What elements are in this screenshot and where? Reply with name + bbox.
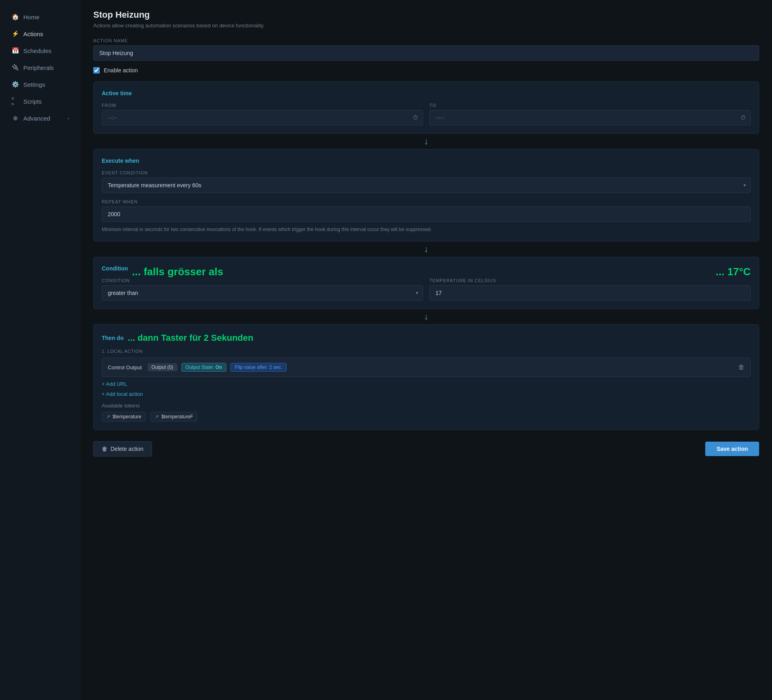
token-icon-2: ↗ [155,414,159,420]
action-row: Control Output Output (0) Output State: … [102,358,751,377]
flip-value-value: 2 sec. [269,364,282,370]
condition-section: Condition ... falls grösser als ... 17°C… [93,257,759,309]
sidebar-item-label: Settings [23,81,45,88]
active-time-section: Active time FROM ⏱ TO ⏱ [93,82,759,134]
condition-select-wrapper: greater than ▾ [102,285,423,301]
output-badge: Output (0) [148,363,177,371]
token-temperature-label: $temperature [113,414,141,420]
sidebar-item-label: Schedules [23,47,51,54]
from-time-input[interactable] [102,110,423,125]
execute-when-title: Execute when [102,158,751,164]
to-time-input[interactable] [429,110,751,125]
delete-action-row-button[interactable]: 🗑 [738,364,745,371]
save-button-label: Save action [717,446,748,452]
tokens-title: Available tokens [102,403,751,409]
to-label: TO [429,103,751,108]
temperature-input[interactable] [429,285,751,301]
delete-button-label: Delete action [111,446,144,452]
arrow-connector-3: ↓ [93,309,759,324]
trash-icon: 🗑 [102,446,107,452]
condition-annotation: ... falls grösser als [132,266,223,278]
chevron-right-icon: › [68,116,69,121]
token-temperature[interactable]: ↗ $temperature [102,412,146,422]
scripts-icon: < > [11,97,19,105]
condition-label: CONDITION [102,278,423,283]
sidebar-item-settings[interactable]: ⚙️ Settings [3,76,77,92]
temperature-annotation: ... 17°C [716,266,751,278]
output-state-value: On [216,364,222,370]
flip-value-badge: Flip value after: 2 sec. [230,363,286,372]
sidebar-item-schedules[interactable]: 📅 Schedules [3,43,77,59]
then-do-section: Then do ... dann Taster für 2 Sekunden 1… [93,324,759,430]
repeat-when-label: REPEAT WHEN [102,199,751,204]
from-label: FROM [102,103,423,108]
sidebar-item-label: Scripts [23,98,42,105]
sidebar-item-scripts[interactable]: < > Scripts [3,93,77,109]
add-url-link[interactable]: + Add URL [102,381,751,387]
peripherals-icon: 🔌 [11,63,19,72]
bottom-bar: 🗑 Delete action Save action [93,441,759,456]
local-action-label: 1. LOCAL ACTION [102,349,751,354]
enable-action-checkbox[interactable] [93,67,100,74]
output-state-label: Output State: [186,364,214,370]
token-temperatureF-label: $temperatureF [161,414,193,420]
page-title: Stop Heizung [93,10,759,20]
enable-action-label: Enable action [104,67,138,74]
sidebar-item-label: Actions [23,31,43,37]
add-local-action-link[interactable]: + Add local action [102,391,751,397]
active-time-title: Active time [102,90,751,96]
control-output-label: Control Output [108,364,142,370]
arrow-connector-1: ↓ [93,134,759,149]
then-do-annotation: ... dann Taster für 2 Sekunden [127,333,253,343]
event-condition-label: EVENT CONDITION [102,170,751,175]
actions-icon: ⚡ [11,30,19,38]
output-state-badge: Output State: On [181,363,227,372]
delete-action-button[interactable]: 🗑 Delete action [93,441,152,456]
clock-icon-to: ⏱ [740,115,746,121]
schedules-icon: 📅 [11,47,19,55]
token-icon: ↗ [106,414,110,420]
tokens-section: Available tokens ↗ $temperature ↗ $tempe… [102,403,751,422]
execute-when-section: Execute when EVENT CONDITION Temperature… [93,149,759,242]
arrow-connector-2: ↓ [93,242,759,257]
home-icon: 🏠 [11,13,19,21]
temperature-label: TEMPERATURE IN CELSIUS [429,278,751,283]
sidebar-item-label: Advanced [23,115,50,122]
repeat-when-input[interactable] [102,207,751,222]
action-name-label: ACTION NAME [93,38,759,43]
sidebar-item-label: Peripherals [23,64,54,71]
save-action-button[interactable]: Save action [705,442,759,456]
sidebar-item-advanced[interactable]: ⊕ Advanced › [3,110,77,126]
clock-icon-from: ⏱ [413,115,418,121]
repeat-when-hint: Minimum interval in seconds for two cons… [102,226,751,233]
sidebar-item-home[interactable]: 🏠 Home [3,9,77,25]
then-do-title: Then do [102,335,123,341]
sidebar-item-actions[interactable]: ⚡ Actions [3,26,77,42]
event-condition-select[interactable]: Temperature measurement every 60s [102,178,751,193]
event-condition-wrapper: Temperature measurement every 60s ▾ [102,178,751,193]
settings-icon: ⚙️ [11,80,19,88]
sidebar: 🏠 Home ⚡ Actions 📅 Schedules 🔌 Periphera… [0,0,80,700]
action-name-input[interactable] [93,45,759,61]
sidebar-item-peripherals[interactable]: 🔌 Peripherals [3,59,77,76]
condition-title: Condition [102,265,128,272]
flip-value-label: Flip value after: [235,364,268,370]
sidebar-item-label: Home [23,14,39,20]
token-temperatureF[interactable]: ↗ $temperatureF [150,412,197,422]
condition-select[interactable]: greater than [102,285,423,301]
advanced-icon: ⊕ [11,114,19,122]
page-subtitle: Actions allow creating automation scenar… [93,23,759,29]
main-content: Stop Heizung Actions allow creating auto… [80,0,772,700]
enable-action-row: Enable action [93,67,759,74]
